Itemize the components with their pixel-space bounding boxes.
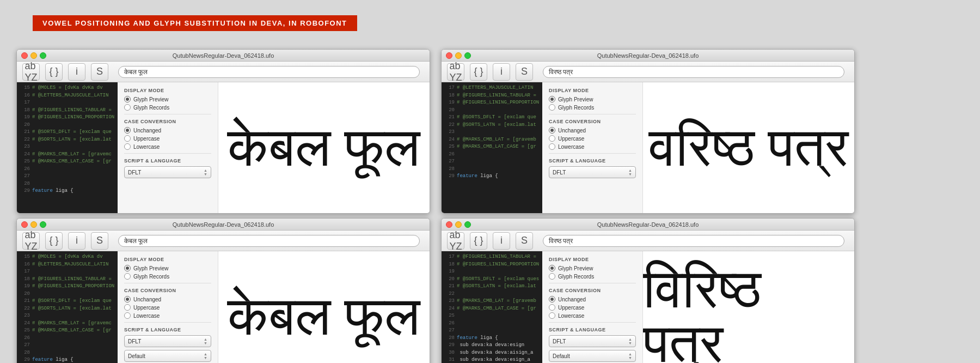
font-icon: abYZ — [22, 63, 40, 81]
maximize-button[interactable] — [464, 52, 471, 59]
code-line: 29 sub deva:ka deva:esign — [445, 342, 539, 349]
close-button[interactable] — [446, 52, 452, 59]
glyph-preview-radio[interactable]: Glyph Preview — [549, 96, 636, 102]
window-content-left-top: 15# @MOLES = [dvKa dvKa dv 16# @LETTERS_… — [17, 82, 430, 213]
maximize-button[interactable] — [464, 221, 471, 228]
hindi-preview-text: केबल फूल — [228, 289, 420, 344]
search-value: विरष्ठ पत्र — [549, 68, 573, 76]
case-conversion-group: Unchanged Uppercase Lowercase — [549, 296, 636, 319]
display-mode-label: DISPLAY MODE — [549, 257, 636, 262]
features-tool[interactable]: { } — [469, 63, 488, 81]
lowercase-radio[interactable]: Lowercase — [124, 143, 211, 150]
code-line: 26 — [20, 335, 114, 342]
minimize-button[interactable] — [30, 52, 37, 59]
features-icon: { } — [45, 232, 63, 250]
search-bar-left-top[interactable]: केबल फूल — [118, 66, 420, 78]
default-select[interactable]: Default ▲▼ — [549, 350, 636, 362]
glyph-records-label: Glyph Records — [133, 274, 169, 280]
radio-indicator — [124, 96, 131, 102]
features-icon: { } — [470, 232, 487, 250]
dflt-select[interactable]: DFLT ▲▼ — [124, 166, 211, 178]
unchanged-radio[interactable]: Unchanged — [124, 127, 211, 134]
case-conversion-label: CASE CONVERSION — [124, 288, 211, 293]
uppercase-radio[interactable]: Uppercase — [124, 135, 211, 142]
close-button[interactable] — [446, 221, 452, 228]
minimize-button[interactable] — [455, 221, 462, 228]
radio-indicator — [549, 296, 555, 302]
glyph-records-radio[interactable]: Glyph Records — [549, 273, 636, 280]
uppercase-radio[interactable]: Uppercase — [124, 304, 211, 311]
hindi-preview-text: वरिष्ठ पत्र — [649, 120, 849, 175]
hindi-preview-text: केबल फूल — [228, 120, 420, 175]
radio-indicator — [549, 312, 555, 319]
lowercase-radio[interactable]: Lowercase — [549, 312, 636, 319]
space-tool[interactable]: S — [514, 63, 534, 81]
code-panel-right-bottom: 17# @FIGURES_LINING_TABULAR = 18# @FIGUR… — [442, 251, 542, 363]
unchanged-radio[interactable]: Unchanged — [124, 296, 211, 302]
glyph-records-radio[interactable]: Glyph Records — [124, 104, 211, 111]
code-line: 22# @SORTS_LATN = [exclam.lat — [445, 122, 539, 129]
code-line: 27 — [20, 342, 114, 349]
glyph-records-radio[interactable]: Glyph Records — [549, 104, 636, 111]
glyph-records-radio[interactable]: Glyph Records — [124, 273, 211, 280]
code-line: 15# @MOLES = [dvKa dvKa dv — [20, 253, 114, 261]
default-select[interactable]: Default ▲▼ — [124, 350, 211, 362]
lowercase-radio[interactable]: Lowercase — [549, 143, 636, 150]
dflt-select[interactable]: DFLT ▲▼ — [549, 335, 636, 347]
font-info-tool[interactable]: i — [67, 232, 87, 250]
glyph-preview-radio[interactable]: Glyph Preview — [124, 265, 211, 271]
code-line: 29feature liga { — [20, 187, 114, 195]
right-top-window: QutubNewsRegular-Deva_062418.ufo abYZ { … — [441, 49, 855, 214]
minimize-button[interactable] — [455, 52, 462, 59]
radio-indicator — [549, 96, 555, 102]
glyph-preview-radio[interactable]: Glyph Preview — [549, 265, 636, 271]
features-icon: { } — [45, 63, 63, 81]
unchanged-label: Unchanged — [133, 128, 161, 134]
uppercase-radio[interactable]: Uppercase — [549, 304, 636, 311]
maximize-button[interactable] — [40, 221, 46, 228]
search-bar-right-top[interactable]: विरष्ठ पत्र — [543, 66, 844, 78]
glyph-preview-radio[interactable]: Glyph Preview — [124, 96, 211, 102]
glyph-preview-label: Glyph Preview — [558, 265, 593, 271]
font-tool[interactable]: abYZ — [446, 63, 465, 81]
uppercase-radio[interactable]: Uppercase — [549, 135, 636, 142]
display-mode-group: Glyph Preview Glyph Records — [549, 96, 636, 111]
search-bar-right-bottom[interactable]: विरष्ठ पत्र — [543, 235, 844, 247]
minimize-button[interactable] — [30, 221, 37, 228]
close-button[interactable] — [21, 52, 28, 59]
features-tool[interactable]: { } — [44, 63, 64, 81]
unchanged-radio[interactable]: Unchanged — [549, 127, 636, 134]
maximize-button[interactable] — [40, 52, 46, 59]
space-tool[interactable]: S — [514, 232, 534, 250]
display-mode-group: Glyph Preview Glyph Records — [549, 265, 636, 280]
font-info-icon: i — [68, 63, 85, 81]
dflt-select[interactable]: DFLT ▲▼ — [549, 166, 636, 178]
features-tool[interactable]: { } — [469, 232, 488, 250]
lowercase-label: Lowercase — [558, 144, 584, 150]
font-info-tool[interactable]: i — [492, 63, 511, 81]
font-tool[interactable]: abYZ — [21, 63, 41, 81]
code-line: 24# @MARKS_CMB_LAT = [gravemc — [20, 320, 114, 328]
font-tool[interactable]: abYZ — [21, 232, 41, 250]
code-line: 26 — [20, 166, 114, 173]
font-info-tool[interactable]: i — [492, 232, 511, 250]
space-tool[interactable]: S — [90, 63, 109, 81]
close-button[interactable] — [21, 221, 28, 228]
radio-indicator — [549, 104, 555, 111]
font-tool[interactable]: abYZ — [446, 232, 465, 250]
uppercase-label: Uppercase — [558, 305, 584, 311]
code-line: 28 — [20, 349, 114, 357]
hindi-preview-text: विरिष्ठ पत्र — [643, 262, 854, 363]
code-line: 24# @MARKS_CMB_LAT_CASE = [gr — [445, 305, 539, 313]
dflt-select[interactable]: DFLT ▲▼ — [124, 335, 211, 347]
code-line: 25# @MARKS_CMB_LAT_CASE = [gr — [20, 327, 114, 335]
space-tool[interactable]: S — [90, 232, 109, 250]
font-info-tool[interactable]: i — [67, 63, 87, 81]
lowercase-radio[interactable]: Lowercase — [124, 312, 211, 319]
code-line: 18# @FIGURES_LINING_TABULAR = — [20, 107, 114, 114]
unchanged-radio[interactable]: Unchanged — [549, 296, 636, 302]
search-bar-left-bottom[interactable]: केबल फूल — [118, 235, 420, 247]
features-tool[interactable]: { } — [44, 232, 64, 250]
display-mode-label: DISPLAY MODE — [124, 88, 211, 93]
right-bottom-window: QutubNewsRegular-Deva_062418.ufo abYZ { … — [441, 218, 855, 363]
